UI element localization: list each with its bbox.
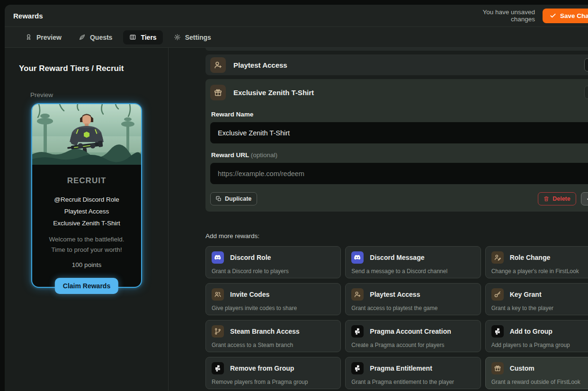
reward-type-title: Role Change: [510, 254, 551, 261]
duplicate-label: Duplicate: [225, 196, 251, 202]
tier-preview-card: RECRUIT @Recruit Discord Role Playtest A…: [31, 103, 142, 288]
tier-editor-panel: Playtest Access Edit Exclusive Zenith T-…: [169, 48, 588, 391]
claim-rewards-button[interactable]: Claim Rewards: [55, 278, 118, 294]
reward-type-card-discord-role[interactable]: Discord Role Grant a Discord role to pla…: [205, 246, 341, 278]
people-icon: [212, 288, 224, 301]
reward-type-card-steam-branch-access[interactable]: Steam Branch Access Grant access to a St…: [205, 320, 341, 352]
reward-type-description: Grant access to a Steam branch: [212, 342, 335, 348]
reward-type-card-add-to-group[interactable]: Add to Group Add players to a Pragma gro…: [485, 320, 588, 352]
reward-type-card-invite-codes[interactable]: Invite Codes Give players invite codes t…: [205, 283, 341, 315]
reward-type-description: Grant a Discord role to players: [212, 268, 335, 275]
tier-name: RECRUIT: [32, 176, 141, 186]
reward-type-description: Remove players from a Pragma group: [212, 379, 335, 385]
reward-type-title: Pragma Entitlement: [370, 364, 432, 372]
trash-icon: [543, 196, 549, 202]
reward-type-title: Invite Codes: [230, 291, 269, 298]
tab-tiers-label: Tiers: [141, 34, 156, 41]
tab-settings-label: Settings: [185, 34, 211, 41]
reward-type-title: Discord Message: [370, 254, 424, 261]
edit-button-disabled[interactable]: Edit: [584, 86, 588, 99]
reward-url-label: Reward URL (optional): [211, 151, 588, 159]
done-button[interactable]: Done: [581, 192, 588, 205]
tier-preview-sidebar: Your Reward Tiers / Recruit Preview: [5, 48, 169, 391]
header-actions: You have unsaved changes Save Changes: [459, 5, 588, 27]
reward-type-title: Custom: [510, 364, 535, 372]
reward-type-title: Discord Role: [230, 254, 271, 261]
reward-name-input[interactable]: [210, 122, 588, 143]
tab-settings[interactable]: Settings: [168, 30, 217, 44]
reward-type-card-pragma-account-creation[interactable]: Pragma Account Creation Create a Pragma …: [345, 320, 481, 352]
pragma-icon: [351, 325, 364, 338]
pragma-icon: [491, 325, 504, 338]
tab-preview[interactable]: Preview: [19, 30, 68, 44]
tier-description-line: Time to proof your worth!: [32, 245, 141, 255]
copy-icon: [216, 196, 222, 202]
tier-breadcrumb-heading: Your Reward Tiers / Recruit: [19, 64, 168, 73]
tier-points: 100 points: [32, 261, 141, 268]
tier-reward-line: Playtest Access: [32, 205, 141, 217]
branch-icon: [212, 325, 224, 338]
award-icon: [25, 34, 32, 41]
reward-row-title: Playtest Access: [233, 61, 287, 69]
tab-quests[interactable]: Quests: [72, 30, 118, 44]
reward-type-card-key-grant[interactable]: Key Grant Grant a key to the player: [485, 283, 588, 315]
tier-description: Welcome to the battlefield. Time to proo…: [32, 234, 141, 255]
page-title: Rewards: [13, 12, 43, 20]
reward-type-title: Key Grant: [510, 291, 542, 298]
reward-type-description: Give players invite codes to share: [212, 305, 335, 311]
reward-row-playtest-access: Playtest Access Edit: [205, 54, 588, 75]
tab-bar: Preview Quests Tiers Settings: [5, 27, 588, 48]
add-more-rewards-label: Add more rewards:: [205, 232, 588, 240]
tier-description-line: Welcome to the battlefield.: [32, 234, 141, 245]
tier-reward-list: @Recruit Discord Role Playtest Access Ex…: [32, 194, 141, 229]
reward-type-description: Grant a reward outside of FirstLook: [491, 379, 588, 385]
reward-type-card-role-change[interactable]: Role Change Change a player's role in Fi…: [485, 246, 588, 278]
reward-editor-header: Exclusive Zenith T-Shirt Edit: [210, 82, 588, 103]
tab-tiers[interactable]: Tiers: [123, 30, 162, 44]
reward-type-description: Grant a key to the player: [491, 305, 588, 311]
reward-name-label: Reward Name: [211, 111, 588, 118]
tier-reward-line: Exclusive Zenith T-Shirt: [32, 217, 141, 229]
reward-type-description: Create a Pragma account for players: [351, 342, 474, 348]
reward-type-description: Change a player's role in FirstLook: [491, 268, 588, 275]
reward-type-grid: Discord Role Grant a Discord role to pla…: [205, 246, 588, 389]
person-plus-icon: [210, 57, 226, 73]
reward-type-title: Pragma Account Creation: [370, 328, 451, 335]
pragma-icon: [351, 362, 364, 374]
tier-artwork: [32, 104, 141, 165]
gift-icon: [491, 362, 504, 374]
reward-type-card-remove-from-group[interactable]: Remove from Group Remove players from a …: [205, 357, 341, 389]
columns-icon: [129, 34, 136, 41]
person-plus-icon: [351, 288, 364, 301]
reward-row-clipped[interactable]: [205, 48, 588, 51]
edit-button[interactable]: Edit: [584, 58, 588, 71]
reward-type-title: Playtest Access: [370, 291, 420, 298]
reward-type-description: Add players to a Pragma group: [491, 342, 588, 348]
save-changes-label: Save Changes: [560, 12, 588, 19]
tab-preview-label: Preview: [36, 34, 62, 41]
reward-type-title: Add to Group: [510, 328, 552, 335]
reward-type-card-playtest-access[interactable]: Playtest Access Grant access to playtest…: [345, 283, 481, 315]
save-changes-button[interactable]: Save Changes: [543, 9, 588, 23]
reward-type-title: Remove from Group: [230, 364, 294, 372]
duplicate-button[interactable]: Duplicate: [210, 192, 257, 205]
tab-quests-label: Quests: [90, 34, 112, 41]
reward-url-input[interactable]: [210, 163, 588, 184]
reward-type-card-pragma-entitlement[interactable]: Pragma Entitlement Grant a Pragma entitl…: [345, 357, 481, 389]
pragma-icon: [212, 362, 224, 374]
person-edit-icon: [491, 251, 504, 264]
reward-row-title: Exclusive Zenith T-Shirt: [233, 89, 314, 97]
reward-type-card-custom[interactable]: Custom Grant a reward outside of FirstLo…: [485, 357, 588, 389]
reward-editor-expanded: Exclusive Zenith T-Shirt Edit Reward Nam…: [205, 79, 588, 212]
reward-type-title: Steam Branch Access: [230, 328, 300, 335]
discord-icon: [212, 251, 224, 264]
reward-type-card-discord-message[interactable]: Discord Message Send a message to a Disc…: [345, 246, 481, 278]
reward-type-description: Send a message to a Discord channel: [351, 268, 474, 275]
delete-label: Delete: [552, 196, 570, 202]
unsaved-changes-notice: You have unsaved changes: [459, 9, 535, 23]
reward-type-description: Grant access to playtest the game: [351, 305, 474, 311]
delete-button[interactable]: Delete: [538, 192, 576, 205]
tier-reward-line: @Recruit Discord Role: [32, 194, 141, 205]
check-icon: [550, 12, 556, 19]
soldier-artwork-image: [32, 104, 141, 165]
